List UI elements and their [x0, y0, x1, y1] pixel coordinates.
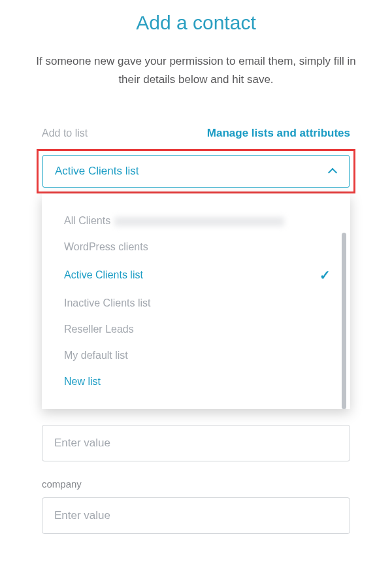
- manage-lists-link[interactable]: Manage lists and attributes: [207, 127, 350, 140]
- highlight-annotation: Active Clients list: [37, 149, 355, 193]
- new-list-label: New list: [64, 376, 101, 388]
- list-option-active-clients[interactable]: Active Clients list ✓: [64, 260, 331, 290]
- list-option-my-default-list[interactable]: My default list: [64, 342, 331, 369]
- company-input[interactable]: Enter value: [42, 497, 350, 534]
- page-description: If someone new gave your permission to e…: [13, 52, 379, 89]
- list-option-label: Active Clients list: [64, 269, 143, 281]
- dropdown-scrollbar[interactable]: [342, 233, 346, 409]
- list-option-reseller-leads[interactable]: Reseller Leads: [64, 316, 331, 342]
- redacted-text: [114, 217, 284, 226]
- list-select[interactable]: Active Clients list: [42, 155, 350, 188]
- list-option-all-clients[interactable]: All Clients: [64, 208, 331, 234]
- chevron-up-icon: [328, 167, 337, 176]
- new-list-action[interactable]: New list: [64, 369, 331, 395]
- list-dropdown-panel: All Clients WordPress clients Active Cli…: [42, 193, 350, 409]
- list-option-label: Inactive Clients list: [64, 297, 151, 309]
- list-select-value: Active Clients list: [55, 165, 139, 178]
- generic-value-input[interactable]: Enter value: [42, 425, 350, 461]
- list-option-inactive-clients[interactable]: Inactive Clients list: [64, 290, 331, 316]
- checkmark-icon: ✓: [319, 267, 331, 283]
- list-option-wordpress-clients[interactable]: WordPress clients: [64, 234, 331, 260]
- list-option-label: WordPress clients: [64, 241, 148, 253]
- company-field-label: company: [42, 478, 350, 490]
- list-option-label: Reseller Leads: [64, 324, 134, 335]
- list-option-label: My default list: [64, 350, 128, 361]
- add-to-list-label: Add to list: [42, 127, 88, 139]
- page-title: Add a contact: [13, 12, 379, 34]
- list-option-label: All Clients: [64, 215, 110, 226]
